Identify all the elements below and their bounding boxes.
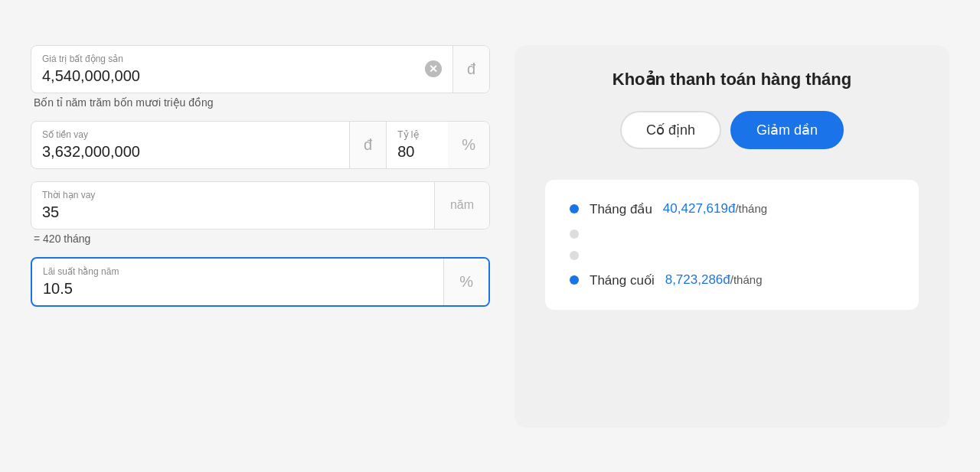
- loan-ratio-input[interactable]: 80: [397, 143, 437, 161]
- result-unit-last: /tháng: [730, 273, 763, 286]
- property-value-suffix: đ: [452, 46, 489, 93]
- result-value-first-amount: 40,427,619đ: [663, 201, 736, 216]
- property-value-label: Giá trị bất động sản: [42, 54, 403, 64]
- panel-title: Khoản thanh toán hàng tháng: [545, 70, 919, 90]
- property-value-hint: Bốn tỉ năm trăm bốn mươi triệu đồng: [31, 96, 490, 109]
- result-label-first: Tháng đầu: [590, 201, 652, 217]
- dot-first-month: [570, 204, 579, 213]
- loan-amount-label: Số tiền vay: [42, 129, 338, 140]
- property-value-main: Giá trị bất động sản 4,540,000,000: [31, 46, 414, 93]
- results-section: Tháng đầu 40,427,619đ/tháng Tháng cuối 8…: [545, 180, 919, 310]
- dot-3: [570, 251, 579, 260]
- result-first-month: Tháng đầu 40,427,619đ/tháng: [570, 201, 894, 217]
- tab-fixed[interactable]: Cố định: [620, 111, 721, 149]
- left-panel: Giá trị bất động sản 4,540,000,000 ✕ đ B…: [31, 45, 490, 307]
- loan-ratio-label: Tỷ lệ: [397, 129, 437, 140]
- result-label-last: Tháng cuối: [590, 272, 655, 288]
- loan-term-group: Thời hạn vay 35 năm = 420 tháng: [31, 181, 490, 245]
- loan-term-input[interactable]: 35: [42, 203, 423, 221]
- loan-amount-row: Số tiền vay 3,632,000,000 đ Tỷ lệ 80 %: [31, 121, 490, 169]
- right-panel: Khoản thanh toán hàng tháng Cố định Giảm…: [514, 45, 949, 428]
- result-dot-2: [570, 229, 894, 239]
- loan-ratio-suffix: %: [448, 122, 489, 168]
- dot-last-month: [570, 275, 579, 285]
- interest-rate-suffix: %: [443, 259, 488, 305]
- dot-2: [570, 229, 579, 239]
- clear-icon[interactable]: ✕: [425, 60, 442, 77]
- property-value-field: Giá trị bất động sản 4,540,000,000 ✕ đ: [31, 45, 490, 93]
- result-value-last-amount: 8,723,286đ: [665, 272, 730, 287]
- loan-term-label: Thời hạn vay: [42, 190, 423, 200]
- loan-term-hint: = 420 tháng: [31, 233, 490, 245]
- property-value-group: Giá trị bất động sản 4,540,000,000 ✕ đ B…: [31, 45, 490, 109]
- interest-rate-row: Lãi suất hằng năm 10.5 %: [31, 257, 490, 307]
- loan-ratio-section: Tỷ lệ 80: [387, 122, 448, 168]
- interest-rate-label: Lãi suất hằng năm: [43, 266, 433, 277]
- loan-amount-input[interactable]: 3,632,000,000: [42, 143, 338, 161]
- result-dot-3: [570, 251, 894, 260]
- property-value-clear-button[interactable]: ✕: [414, 46, 452, 93]
- payment-tabs: Cố định Giảm dần: [545, 111, 919, 149]
- interest-rate-group: Lãi suất hằng năm 10.5 %: [31, 257, 490, 307]
- loan-term-row: Thời hạn vay 35 năm: [31, 181, 490, 229]
- loan-term-suffix: năm: [434, 182, 489, 229]
- loan-amount-group: Số tiền vay 3,632,000,000 đ Tỷ lệ 80 %: [31, 121, 490, 169]
- interest-rate-input[interactable]: 10.5: [43, 280, 433, 298]
- loan-term-main: Thời hạn vay 35: [31, 182, 434, 229]
- result-last-month: Tháng cuối 8,723,286đ/tháng: [570, 272, 894, 288]
- result-unit-first: /tháng: [735, 202, 767, 215]
- loan-amount-suffix: đ: [350, 122, 387, 168]
- property-value-input[interactable]: 4,540,000,000: [42, 67, 403, 85]
- result-value-first: 40,427,619đ/tháng: [663, 201, 767, 216]
- interest-rate-main: Lãi suất hằng năm 10.5: [32, 259, 443, 305]
- loan-amount-section: Số tiền vay 3,632,000,000: [31, 122, 350, 168]
- result-value-last: 8,723,286đ/tháng: [665, 272, 763, 288]
- tab-decreasing[interactable]: Giảm dần: [730, 111, 844, 149]
